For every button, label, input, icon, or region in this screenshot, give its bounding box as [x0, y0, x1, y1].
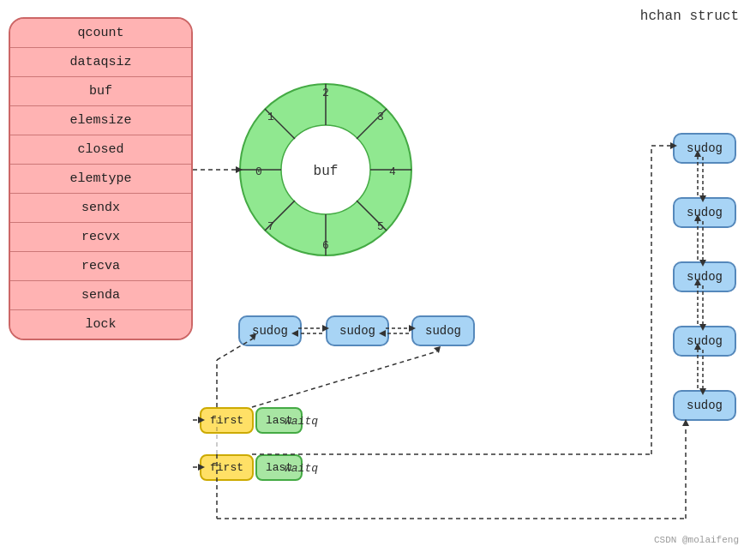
sudog-v3: sudog — [673, 261, 736, 292]
svg-marker-37 — [434, 346, 441, 353]
sudog-h3: sudog — [411, 315, 475, 346]
sudog-h1: sudog — [238, 315, 302, 346]
field-senda: senda — [10, 281, 191, 310]
svg-line-4 — [357, 109, 387, 139]
field-buf: buf — [10, 77, 191, 106]
field-qcount: qcount — [10, 19, 191, 48]
recva-waitq-label: waitq — [285, 415, 318, 428]
svg-marker-20 — [236, 166, 243, 173]
field-lock: lock — [10, 310, 191, 339]
svg-line-10 — [265, 109, 295, 139]
svg-text:5: 5 — [377, 220, 384, 233]
sudog-v4: sudog — [673, 326, 736, 357]
field-recvx: recvx — [10, 223, 191, 252]
svg-point-1 — [281, 125, 370, 214]
recva-first: first — [200, 407, 254, 434]
field-recva: recva — [10, 252, 191, 281]
svg-text:3: 3 — [377, 111, 384, 123]
sudog-v5: sudog — [673, 390, 736, 421]
svg-line-6 — [357, 201, 387, 231]
svg-text:7: 7 — [267, 220, 274, 233]
senda-first: first — [200, 454, 254, 481]
svg-line-36 — [252, 351, 437, 407]
svg-text:6: 6 — [322, 239, 329, 252]
page-title: hchan struct — [640, 9, 739, 24]
svg-text:0: 0 — [255, 165, 262, 178]
svg-text:buf: buf — [314, 164, 339, 179]
senda-waitq-label: waitq — [285, 462, 318, 475]
field-elemsize: elemsize — [10, 106, 191, 135]
field-elemtype: elemtype — [10, 165, 191, 194]
field-sendx: sendx — [10, 194, 191, 223]
svg-point-0 — [240, 84, 411, 255]
sudog-v2: sudog — [673, 197, 736, 228]
sudog-h2: sudog — [326, 315, 389, 346]
canvas: hchan struct qcount dataqsiz buf elemsiz… — [0, 0, 756, 558]
svg-text:1: 1 — [267, 111, 274, 123]
struct-box: qcount dataqsiz buf elemsize closed elem… — [9, 17, 193, 340]
field-closed: closed — [10, 135, 191, 165]
field-dataqsiz: dataqsiz — [10, 48, 191, 77]
svg-line-8 — [265, 201, 295, 231]
watermark: CSDN @molaifeng — [654, 535, 739, 545]
sudog-v1: sudog — [673, 133, 736, 164]
svg-text:4: 4 — [389, 165, 396, 178]
svg-text:2: 2 — [322, 87, 329, 99]
